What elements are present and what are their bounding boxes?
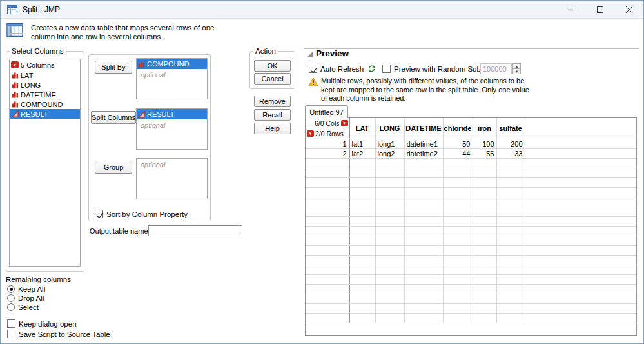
red-triangle-menu-icon[interactable]: ▼ — [341, 120, 348, 126]
empty-cell[interactable] — [443, 256, 473, 265]
empty-cell[interactable] — [375, 197, 404, 207]
empty-cell[interactable] — [349, 227, 375, 236]
column-item-lat[interactable]: LAT — [10, 70, 80, 80]
empty-cell[interactable] — [496, 178, 525, 188]
radio-icon[interactable] — [7, 303, 15, 311]
random-subset-checkbox[interactable] — [382, 65, 391, 73]
empty-cell[interactable] — [375, 236, 404, 246]
empty-cell[interactable] — [496, 314, 525, 323]
red-triangle-menu-icon[interactable]: ▼ — [11, 61, 19, 68]
empty-cell[interactable] — [496, 246, 525, 256]
empty-cell[interactable] — [375, 314, 404, 323]
column-header-sulfate[interactable]: sulfate — [496, 118, 525, 139]
empty-cell[interactable] — [443, 178, 473, 188]
empty-cell[interactable] — [349, 188, 375, 197]
empty-cell[interactable] — [473, 285, 496, 294]
empty-cell[interactable] — [375, 294, 404, 304]
empty-cell[interactable] — [404, 188, 443, 197]
empty-cell[interactable] — [443, 168, 473, 178]
row-number[interactable] — [306, 314, 349, 323]
cell-lat-row1[interactable]: lat1 — [349, 139, 375, 149]
empty-cell[interactable] — [473, 246, 496, 256]
empty-cell[interactable] — [443, 294, 473, 304]
empty-cell[interactable] — [473, 304, 496, 314]
random-subset-row[interactable]: Preview with Random Subset — [382, 65, 491, 73]
empty-cell[interactable] — [473, 178, 496, 188]
radio-keep-all[interactable]: Keep All — [7, 285, 45, 294]
split-by-zone[interactable]: COMPOUNDoptional — [136, 58, 208, 99]
empty-cell[interactable] — [443, 304, 473, 314]
sort-checkbox[interactable] — [95, 210, 103, 218]
disclosure-triangle-icon[interactable] — [307, 52, 313, 57]
close-button[interactable] — [614, 1, 643, 19]
column-item-result[interactable]: RESULT — [10, 109, 80, 119]
output-table-name-input[interactable] — [148, 225, 242, 236]
titlebar[interactable]: Split - JMP — [1, 1, 643, 19]
group-zone[interactable]: optional — [136, 158, 208, 199]
tab-untitled-97[interactable]: Untitled 97 — [305, 105, 348, 118]
empty-cell[interactable] — [349, 285, 375, 294]
radio-icon[interactable] — [7, 294, 15, 302]
spinner-down-icon[interactable]: ▼ — [512, 69, 521, 74]
row-number[interactable] — [306, 294, 349, 304]
row-number[interactable] — [306, 227, 349, 236]
empty-cell[interactable] — [349, 265, 375, 275]
empty-cell[interactable] — [496, 265, 525, 275]
empty-cell[interactable] — [375, 246, 404, 256]
empty-cell[interactable] — [349, 294, 375, 304]
refresh-icon[interactable] — [366, 63, 377, 74]
recall-button[interactable]: Recall — [254, 109, 291, 121]
empty-cell[interactable] — [443, 275, 473, 285]
row-number[interactable] — [306, 265, 349, 275]
empty-cell[interactable] — [375, 227, 404, 236]
empty-cell[interactable] — [404, 314, 443, 323]
empty-cell[interactable] — [404, 178, 443, 188]
assigned-column-result[interactable]: RESULT — [137, 109, 207, 119]
empty-cell[interactable] — [496, 285, 525, 294]
cell-chloride-row2[interactable]: 44 — [443, 149, 473, 159]
row-number[interactable] — [306, 188, 349, 197]
empty-cell[interactable] — [496, 217, 525, 227]
empty-cell[interactable] — [443, 159, 473, 168]
row-number[interactable]: 2 — [306, 149, 349, 159]
cell-lat-row2[interactable]: lat2 — [349, 149, 375, 159]
empty-cell[interactable] — [349, 275, 375, 285]
empty-cell[interactable] — [473, 217, 496, 227]
empty-cell[interactable] — [496, 197, 525, 207]
cell-datetime-row1[interactable]: datetime1 — [404, 139, 443, 149]
empty-cell[interactable] — [349, 236, 375, 246]
empty-cell[interactable] — [496, 236, 525, 246]
empty-cell[interactable] — [404, 294, 443, 304]
empty-cell[interactable] — [443, 265, 473, 275]
row-number[interactable] — [306, 159, 349, 168]
empty-cell[interactable] — [349, 217, 375, 227]
auto-refresh-checkbox[interactable] — [309, 65, 317, 73]
empty-cell[interactable] — [496, 188, 525, 197]
empty-cell[interactable] — [473, 168, 496, 178]
empty-cell[interactable] — [443, 314, 473, 323]
empty-cell[interactable] — [349, 207, 375, 217]
row-number[interactable] — [306, 304, 349, 314]
cell-chloride-row1[interactable]: 50 — [443, 139, 473, 149]
sort-by-column-property-row[interactable]: Sort by Column Property — [95, 210, 188, 218]
remove-button[interactable]: Remove — [254, 96, 291, 107]
split-columns-zone[interactable]: RESULToptional — [136, 108, 208, 150]
columns-list-header[interactable]: ▼ 5 Columns — [10, 59, 80, 70]
empty-cell[interactable] — [375, 217, 404, 227]
checkbox-keep-dialog-open[interactable]: Keep dialog open — [7, 319, 110, 329]
radio-icon[interactable] — [7, 285, 15, 293]
cell-sulfate-row1[interactable]: 200 — [496, 139, 525, 149]
empty-cell[interactable] — [349, 246, 375, 256]
group-button[interactable]: Group — [95, 161, 132, 174]
empty-cell[interactable] — [404, 246, 443, 256]
cell-sulfate-row2[interactable]: 33 — [496, 149, 525, 159]
empty-cell[interactable] — [375, 159, 404, 168]
cell-long-row2[interactable]: long2 — [375, 149, 404, 159]
empty-cell[interactable] — [349, 159, 375, 168]
empty-cell[interactable] — [443, 217, 473, 227]
empty-cell[interactable] — [404, 168, 443, 178]
empty-cell[interactable] — [375, 285, 404, 294]
empty-cell[interactable] — [473, 159, 496, 168]
empty-cell[interactable] — [473, 294, 496, 304]
empty-cell[interactable] — [375, 178, 404, 188]
